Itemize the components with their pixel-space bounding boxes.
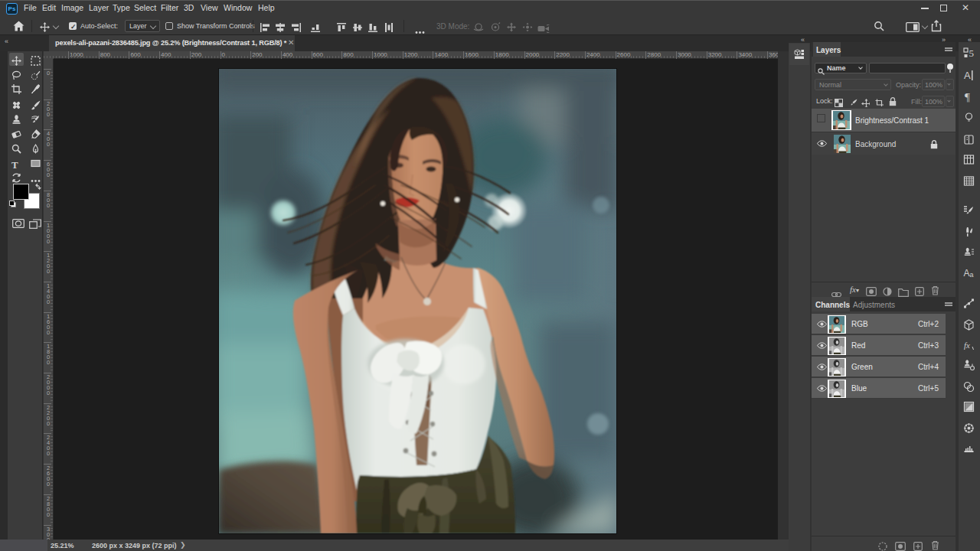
svg-text:fx: fx	[964, 341, 970, 350]
svg-text:5: 5	[969, 47, 975, 59]
svg-text:A: A	[964, 268, 970, 279]
svg-text:¶: ¶	[965, 91, 970, 103]
svg-text:A: A	[964, 70, 971, 81]
svg-text:a: a	[970, 271, 974, 279]
